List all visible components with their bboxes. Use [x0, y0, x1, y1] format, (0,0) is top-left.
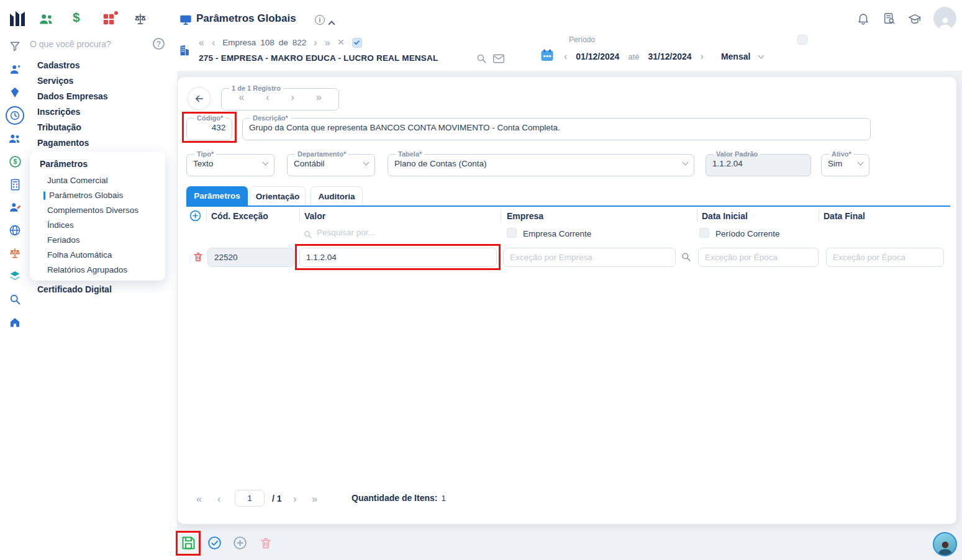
- valor-padrao-label: Valor Padrão: [714, 150, 760, 158]
- sidebar-item-pagamentos[interactable]: Pagamentos: [37, 138, 89, 148]
- person-add-icon[interactable]: [7, 62, 22, 77]
- scale-icon[interactable]: [133, 12, 148, 29]
- tab-parametros[interactable]: Parâmetros: [186, 186, 248, 205]
- period-checkbox[interactable]: [797, 35, 807, 45]
- empresa-corrente-checkbox[interactable]: [507, 228, 517, 238]
- grid-next-icon[interactable]: ›: [293, 494, 296, 504]
- filter-icon[interactable]: [9, 40, 21, 55]
- tipo-select[interactable]: Tipo* Texto: [186, 150, 275, 176]
- clients-icon[interactable]: [39, 12, 55, 29]
- record-last-icon[interactable]: »: [316, 93, 322, 102]
- departamento-label: Departamento*: [295, 150, 348, 158]
- column-separator: [819, 209, 819, 222]
- submenu-item-feriados[interactable]: Feriados: [47, 235, 80, 245]
- period-label: Período: [569, 35, 595, 44]
- company-last-icon[interactable]: »: [325, 38, 330, 48]
- scale-orange-icon[interactable]: [7, 246, 22, 261]
- row-delete-icon[interactable]: [193, 251, 204, 265]
- company-mail-icon[interactable]: [492, 53, 505, 66]
- sidebar-item-cadastros[interactable]: Cadastros: [37, 60, 79, 70]
- grid-page-input[interactable]: [235, 490, 265, 507]
- codigo-field[interactable]: Código* 432: [186, 114, 232, 140]
- sidebar-item-tributacao[interactable]: Tributação: [37, 122, 81, 132]
- row-data-final-input[interactable]: [826, 248, 944, 267]
- submenu-item-parametros-globais[interactable]: Parâmetros Globais: [43, 191, 123, 200]
- row-empresa-lookup-icon[interactable]: [681, 251, 691, 264]
- submenu-item-folha-automatica[interactable]: Folha Automática: [47, 250, 112, 260]
- save-button[interactable]: [180, 535, 197, 551]
- collapse-chevron-icon[interactable]: [329, 18, 334, 29]
- dollar-circle-icon[interactable]: $: [7, 154, 22, 169]
- back-button[interactable]: [188, 87, 211, 110]
- new-record-button[interactable]: [232, 535, 248, 551]
- tab-auditoria[interactable]: Auditoria: [311, 186, 363, 205]
- calculator-icon[interactable]: [7, 177, 22, 192]
- submenu-item-indices[interactable]: Índices: [47, 220, 74, 230]
- period-end-date[interactable]: 31/12/2024: [648, 52, 691, 61]
- company-first-icon[interactable]: «: [199, 38, 204, 48]
- periodo-corrente-label: Período Corrente: [715, 229, 780, 238]
- user-avatar[interactable]: [933, 7, 956, 30]
- company-filter-checkbox[interactable]: [352, 38, 362, 48]
- person-edit-icon[interactable]: [7, 200, 22, 215]
- record-first-icon[interactable]: «: [238, 93, 244, 102]
- info-icon[interactable]: i: [315, 15, 325, 25]
- grid-first-icon[interactable]: «: [196, 494, 202, 504]
- audit-document-icon[interactable]: [883, 12, 896, 28]
- departamento-select[interactable]: Departamento* Contábil: [287, 150, 375, 176]
- sidebar-item-parametros[interactable]: Parâmetros: [40, 159, 88, 169]
- company-search-icon[interactable]: [476, 53, 487, 66]
- company-counter-total: 822: [293, 38, 307, 47]
- record-next-icon[interactable]: ›: [291, 93, 294, 102]
- column-header-data-inicial: Data Inicial: [702, 211, 748, 221]
- app-logo[interactable]: [7, 9, 29, 30]
- submenu-item-junta-comercial[interactable]: Junta Comercial: [47, 176, 108, 185]
- people-icon[interactable]: [7, 131, 22, 146]
- services-diamond-icon[interactable]: [7, 85, 22, 100]
- grid-filter-input[interactable]: [317, 228, 422, 237]
- sidebar-item-dados-empresas[interactable]: Dados Empresas: [37, 91, 108, 101]
- period-mode-chevron-icon[interactable]: [758, 52, 765, 58]
- add-exception-button[interactable]: [189, 209, 202, 225]
- sidebar-item-certificado-digital[interactable]: Certificado Digital: [37, 284, 112, 294]
- periodo-corrente-checkbox[interactable]: [699, 228, 709, 238]
- sidebar-item-servicos[interactable]: Serviços: [37, 76, 73, 86]
- help-icon[interactable]: ?: [153, 38, 165, 50]
- support-chat-avatar[interactable]: [933, 532, 957, 556]
- period-prev-icon[interactable]: ‹: [564, 52, 567, 61]
- global-search-input[interactable]: [30, 39, 145, 49]
- tabela-select[interactable]: Tabela* Plano de Contas (Conta): [388, 150, 694, 176]
- valor-padrao-field: Valor Padrão 1.1.2.04: [706, 150, 811, 176]
- row-empresa-input[interactable]: [503, 248, 676, 267]
- globe-icon[interactable]: [7, 223, 22, 238]
- descricao-field[interactable]: Descrição* Grupo da Conta que representa…: [242, 114, 871, 140]
- row-data-inicial-input[interactable]: [698, 248, 819, 267]
- company-clear-icon[interactable]: ×: [338, 36, 345, 48]
- company-next-icon[interactable]: ›: [314, 38, 317, 48]
- grid-last-icon[interactable]: »: [312, 494, 317, 504]
- period-start-date[interactable]: 01/12/2024: [576, 52, 619, 61]
- finance-dollar-icon[interactable]: $: [73, 10, 80, 25]
- clock-icon[interactable]: [6, 106, 24, 125]
- ativo-select[interactable]: Ativo* Sim: [821, 150, 869, 176]
- training-graduation-icon[interactable]: [907, 12, 922, 29]
- notifications-bell-icon[interactable]: [856, 12, 870, 28]
- row-valor-input[interactable]: [299, 248, 497, 267]
- company-counter: Empresa 108 de 822: [222, 38, 306, 47]
- row-cod-excecao-input[interactable]: [207, 248, 294, 267]
- search-magnifier-icon[interactable]: [7, 292, 22, 307]
- reports-grid-icon[interactable]: [102, 12, 116, 29]
- period-next-icon[interactable]: ›: [701, 52, 704, 61]
- period-mode-select[interactable]: Mensal: [721, 52, 750, 61]
- sidebar-item-inscricoes[interactable]: Inscrições: [37, 107, 80, 117]
- tab-orientacao[interactable]: Orientação: [250, 186, 306, 205]
- submenu-item-complementos-diversos[interactable]: Complementos Diversos: [47, 205, 138, 215]
- record-prev-icon[interactable]: ‹: [266, 93, 269, 102]
- confirm-button[interactable]: [207, 535, 222, 551]
- submenu-item-relatorios-agrupados[interactable]: Relatórios Agrupados: [47, 265, 127, 274]
- home-icon[interactable]: [7, 315, 22, 330]
- delete-record-button[interactable]: [259, 536, 273, 550]
- grid-prev-icon[interactable]: ‹: [217, 494, 220, 504]
- company-prev-icon[interactable]: ‹: [212, 38, 215, 48]
- layers-icon[interactable]: [7, 269, 22, 284]
